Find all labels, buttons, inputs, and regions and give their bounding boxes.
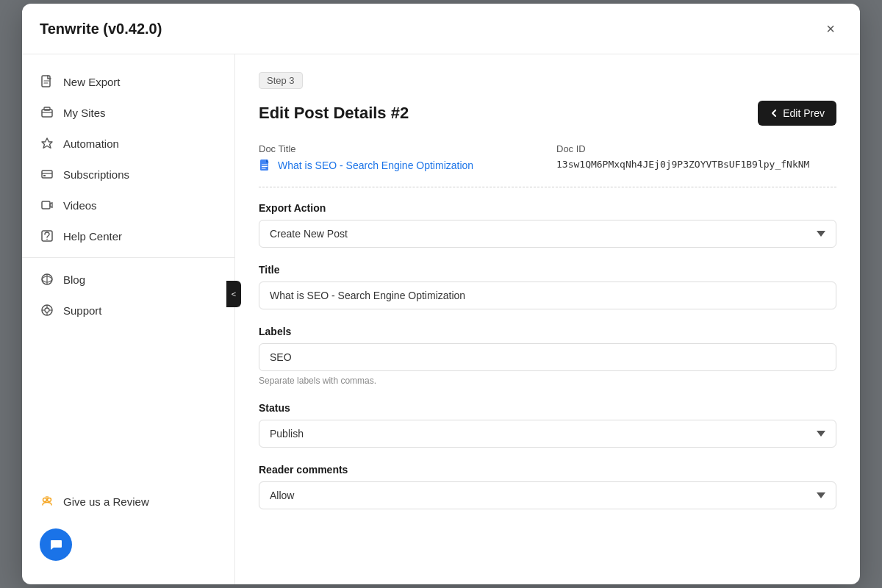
labels-field: Labels Separate labels with commas. bbox=[259, 326, 836, 386]
sidebar-item-new-export[interactable]: New Export bbox=[22, 66, 234, 97]
automation-icon bbox=[40, 136, 54, 151]
doc-title-text: What is SEO - Search Engine Optimization bbox=[278, 159, 473, 171]
reader-comments-field: Reader comments Allow Don't allow bbox=[259, 464, 836, 509]
sidebar-item-automation[interactable]: Automation bbox=[22, 128, 234, 159]
sidebar-item-label: Automation bbox=[63, 137, 119, 150]
sidebar-spacer bbox=[22, 326, 234, 486]
sidebar-item-videos[interactable]: Videos bbox=[22, 190, 234, 220]
export-action-label: Export Action bbox=[259, 202, 836, 214]
section-header: Edit Post Details #2 Edit Prev bbox=[259, 101, 836, 126]
step-badge: Step 3 bbox=[259, 72, 303, 89]
sidebar-item-label: Support bbox=[63, 304, 102, 317]
sidebar-item-label: Videos bbox=[63, 199, 97, 212]
status-select[interactable]: Publish Draft Scheduled bbox=[259, 420, 836, 448]
section-title: Edit Post Details #2 bbox=[259, 104, 409, 123]
doc-id-label: Doc ID bbox=[556, 143, 836, 154]
sidebar-item-label: Help Center bbox=[63, 230, 122, 243]
edit-prev-label: Edit Prev bbox=[783, 107, 825, 119]
doc-title-value: What is SEO - Search Engine Optimization bbox=[259, 159, 539, 172]
svg-point-15 bbox=[45, 308, 49, 312]
help-icon bbox=[40, 229, 54, 243]
export-action-select[interactable]: Create New Post Update Existing Post bbox=[259, 220, 836, 248]
doc-id-value: 13sw1QM6PMxqNh4JEj0j9P3ZOYVTBsUF1B9lpy_f… bbox=[556, 159, 836, 170]
sidebar-item-label: Subscriptions bbox=[63, 168, 129, 181]
file-icon bbox=[40, 74, 54, 89]
sidebar-item-support[interactable]: Support bbox=[22, 295, 234, 326]
labels-hint: Separate labels with commas. bbox=[259, 376, 836, 386]
reader-comments-select[interactable]: Allow Don't allow bbox=[259, 481, 836, 509]
sidebar-item-label: My Sites bbox=[63, 107, 106, 119]
svg-point-20 bbox=[43, 498, 47, 502]
sidebar-item-subscriptions[interactable]: Subscriptions bbox=[22, 159, 234, 190]
modal: Tenwrite (v0.42.0) × New Export bbox=[22, 4, 860, 584]
status-field: Status Publish Draft Scheduled bbox=[259, 402, 836, 448]
main-content: Step 3 Edit Post Details #2 Edit Prev bbox=[235, 54, 860, 584]
svg-point-11 bbox=[46, 239, 48, 240]
svg-rect-6 bbox=[42, 171, 52, 178]
svg-rect-4 bbox=[44, 107, 50, 110]
sidebar: New Export My Sites bbox=[22, 54, 235, 584]
modal-header: Tenwrite (v0.42.0) × bbox=[22, 4, 860, 54]
modal-title: Tenwrite (v0.42.0) bbox=[40, 21, 162, 37]
svg-rect-9 bbox=[42, 201, 50, 209]
sidebar-item-label: Blog bbox=[63, 273, 85, 286]
video-icon bbox=[40, 198, 54, 212]
edit-prev-button[interactable]: Edit Prev bbox=[758, 101, 836, 126]
sidebar-item-label: Give us a Review bbox=[63, 495, 149, 508]
sidebar-item-label: New Export bbox=[63, 76, 121, 88]
content-scroll: Step 3 Edit Post Details #2 Edit Prev bbox=[235, 54, 860, 584]
title-field: Title bbox=[259, 264, 836, 309]
reader-comments-label: Reader comments bbox=[259, 464, 836, 476]
doc-title-field: Doc Title bbox=[259, 143, 539, 172]
chat-button[interactable] bbox=[40, 528, 72, 561]
labels-label: Labels bbox=[259, 326, 836, 337]
sidebar-item-review[interactable]: Give us a Review bbox=[22, 486, 234, 517]
svg-rect-8 bbox=[43, 175, 46, 176]
sidebar-item-my-sites[interactable]: My Sites bbox=[22, 97, 234, 128]
subscriptions-icon bbox=[40, 167, 54, 182]
sidebar-collapse-tab[interactable]: < bbox=[226, 281, 241, 307]
sidebar-divider bbox=[22, 257, 234, 258]
support-icon bbox=[40, 303, 54, 318]
status-label: Status bbox=[259, 402, 836, 414]
modal-overlay: Tenwrite (v0.42.0) × New Export bbox=[0, 0, 882, 588]
sidebar-item-help-center[interactable]: Help Center bbox=[22, 220, 234, 251]
doc-title-label: Doc Title bbox=[259, 143, 539, 154]
title-input[interactable] bbox=[259, 282, 836, 309]
doc-info-row: Doc Title bbox=[259, 143, 836, 172]
divider bbox=[259, 187, 836, 187]
title-label: Title bbox=[259, 264, 836, 276]
doc-id-field: Doc ID 13sw1QM6PMxqNh4JEj0j9P3ZOYVTBsUF1… bbox=[556, 143, 836, 172]
sites-icon bbox=[40, 105, 54, 120]
gdoc-icon bbox=[259, 159, 272, 172]
modal-body: New Export My Sites bbox=[22, 54, 860, 584]
sidebar-item-blog[interactable]: Blog bbox=[22, 264, 234, 295]
export-action-field: Export Action Create New Post Update Exi… bbox=[259, 202, 836, 248]
blog-icon bbox=[40, 272, 54, 287]
review-icon bbox=[40, 494, 54, 509]
labels-input[interactable] bbox=[259, 343, 836, 371]
svg-point-21 bbox=[48, 498, 51, 502]
close-button[interactable]: × bbox=[819, 17, 842, 40]
